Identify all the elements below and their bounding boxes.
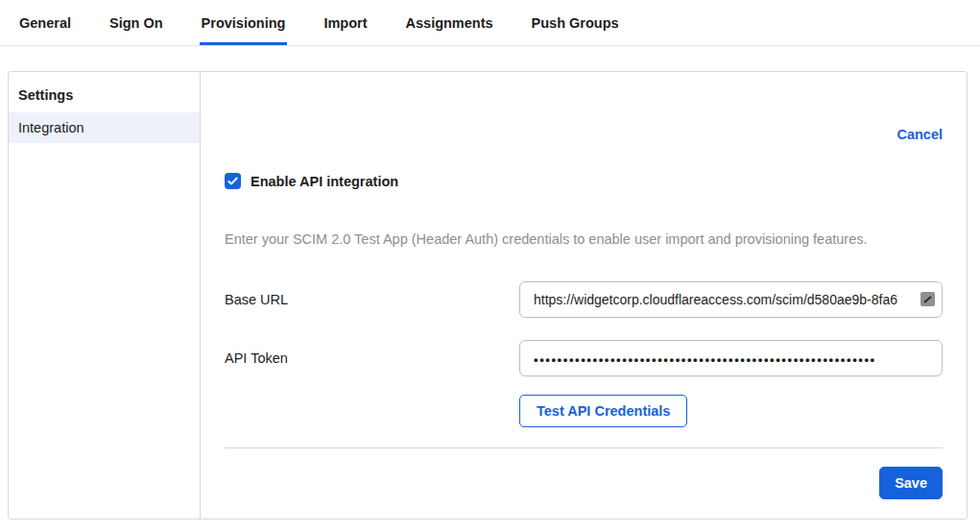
api-token-label: API Token <box>225 350 519 366</box>
base-url-input[interactable] <box>519 281 943 318</box>
checkmark-icon <box>227 176 238 186</box>
tab-provisioning[interactable]: Provisioning <box>200 13 288 45</box>
test-api-credentials-button[interactable]: Test API Credentials <box>519 395 687 427</box>
cancel-row: Cancel <box>225 126 943 143</box>
credentials-description: Enter your SCIM 2.0 Test App (Header Aut… <box>225 231 943 247</box>
sidebar-header: Settings <box>9 80 200 112</box>
base-url-input-wrap <box>519 281 943 318</box>
tab-sign-on[interactable]: Sign On <box>108 13 165 45</box>
api-token-row: API Token <box>225 340 943 376</box>
base-url-row: Base URL <box>225 281 943 318</box>
settings-sidebar: Settings Integration <box>9 72 201 519</box>
integration-settings-form: Cancel Enable API integration Enter your… <box>201 72 967 519</box>
app-tab-bar: General Sign On Provisioning Import Assi… <box>0 0 980 46</box>
sidebar-item-integration[interactable]: Integration <box>9 112 200 143</box>
tab-push-groups[interactable]: Push Groups <box>530 13 621 45</box>
cancel-button[interactable]: Cancel <box>896 127 943 142</box>
test-credentials-row: Test API Credentials <box>225 395 943 427</box>
base-url-label: Base URL <box>225 292 519 307</box>
api-token-input[interactable] <box>519 340 943 376</box>
form-divider <box>225 447 943 448</box>
tab-general[interactable]: General <box>17 13 73 45</box>
tab-assignments[interactable]: Assignments <box>404 13 495 45</box>
provisioning-panel: Settings Integration Cancel Enable API i… <box>8 71 968 519</box>
api-token-input-wrap <box>519 340 943 376</box>
enable-api-integration-label: Enable API integration <box>251 174 398 189</box>
save-row: Save <box>225 467 943 499</box>
enable-api-integration-row: Enable API integration <box>225 173 943 189</box>
enable-api-integration-checkbox[interactable] <box>225 173 241 189</box>
save-button[interactable]: Save <box>879 467 943 499</box>
tab-import[interactable]: Import <box>322 13 369 45</box>
